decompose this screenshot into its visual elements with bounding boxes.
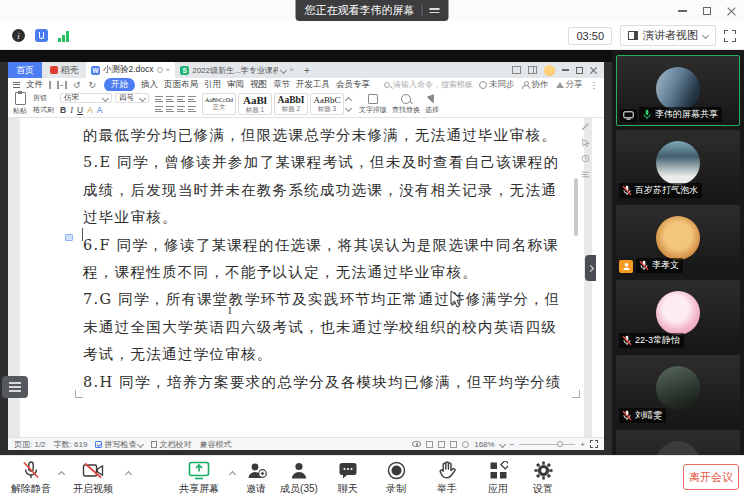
wps-fullscreen-icon[interactable] (590, 440, 598, 448)
menu-file[interactable]: 文件 (26, 79, 43, 91)
zoom-slider[interactable] (519, 444, 575, 445)
find-replace-button[interactable]: 查找替换 (392, 94, 420, 115)
members-button[interactable]: 成员(35) (272, 461, 326, 496)
collab-button[interactable]: 协作 (522, 79, 549, 91)
record-button[interactable]: 录制 (369, 461, 423, 496)
hamburger-icon[interactable] (13, 82, 20, 88)
comment-marker-icon[interactable] (65, 234, 73, 241)
undo-icon[interactable]: ↺ (73, 80, 83, 90)
doc-proof-button[interactable]: 文档校对 (151, 439, 191, 450)
zoom-in-button[interactable]: + (580, 440, 585, 449)
bullet-list-icon[interactable] (155, 95, 163, 103)
style-heading1[interactable]: AaBl 标题 1 (238, 93, 272, 115)
doc-navigation-button[interactable] (2, 376, 28, 398)
wps-restore-icon[interactable] (576, 67, 583, 74)
menu-tab-start[interactable]: 开始 (104, 78, 135, 92)
sync-status[interactable]: 未同步 (479, 79, 515, 91)
menu-tab-view[interactable]: 视图 (250, 79, 267, 91)
web-view-icon[interactable] (438, 441, 445, 448)
number-list-icon[interactable] (166, 95, 174, 103)
tab-document-active[interactable]: W 小测验2.docx × (86, 62, 175, 78)
style-normal[interactable]: AaBbCcDd 正文 (202, 93, 236, 115)
participant-tile[interactable]: 李伟的屏幕共享 (616, 55, 740, 126)
unmute-button[interactable]: 解除静音 (4, 461, 58, 496)
outline-view-icon[interactable] (450, 441, 457, 448)
leave-meeting-button[interactable]: 离开会议 (683, 464, 739, 490)
new-tab-button[interactable]: + (299, 62, 315, 78)
menu-tab-dev-tools[interactable]: 开发工具 (296, 79, 330, 91)
menu-tab-page-layout[interactable]: 页面布局 (164, 79, 198, 91)
participant-tile[interactable]: 22-3常静怡 (616, 280, 740, 351)
share-button[interactable]: 分享 (556, 79, 583, 91)
fullscreen-icon[interactable] (724, 30, 736, 42)
network-security-icon[interactable] (35, 29, 48, 42)
document-page[interactable]: 的最低学分均已修满，但限选课总学分未修满，无法通过毕业审核。 5.E 同学，曾修… (20, 118, 584, 437)
meeting-info-icon[interactable]: i (12, 29, 25, 42)
underline-button[interactable]: U (77, 105, 83, 115)
zoom-slider-knob[interactable] (557, 441, 563, 447)
more-icon[interactable]: ⋮ (590, 80, 599, 90)
font-name-select[interactable]: 仿宋 (60, 93, 112, 103)
font-size-select[interactable]: 四号 (115, 93, 149, 103)
eye-protect-icon[interactable] (412, 441, 421, 447)
history-icon[interactable] (581, 154, 590, 163)
start-video-button[interactable]: 开启视频 (66, 461, 120, 496)
sidebar-expand-tab[interactable] (585, 255, 596, 281)
outline-icon[interactable] (581, 170, 590, 179)
select-button[interactable]: 选择 (425, 94, 439, 115)
menu-tab-review[interactable]: 审阅 (227, 79, 244, 91)
tab-wps-home[interactable]: 首页 (8, 62, 42, 78)
pen-tool-icon[interactable] (581, 122, 590, 131)
close-icon[interactable] (727, 7, 736, 16)
preview-icon[interactable] (65, 81, 67, 89)
ribbon-search-input[interactable]: 请输入命令，搜索模板 (384, 79, 473, 90)
save-icon[interactable] (49, 81, 51, 89)
tab-docer[interactable]: 稻壳 (42, 62, 86, 78)
participant-tile[interactable]: 百岁苏打气泡水 (616, 130, 740, 201)
minimize-icon[interactable] (678, 10, 687, 12)
redo-icon[interactable]: ↻ (89, 80, 99, 90)
tab-close-icon[interactable]: × (289, 66, 294, 74)
format-painter-button[interactable]: 格式刷 (33, 105, 54, 115)
audio-options-chevron[interactable] (58, 471, 65, 478)
share-screen-button[interactable]: 共享屏幕 (172, 461, 226, 496)
chat-button[interactable]: 聊天 (321, 461, 375, 496)
cut-button[interactable]: 剪切 (33, 93, 54, 103)
gallery-down-icon[interactable] (345, 104, 352, 111)
window-mode-icon[interactable] (512, 66, 521, 74)
banner-menu-icon[interactable] (430, 8, 440, 13)
align-left-icon[interactable] (155, 105, 163, 113)
document-text[interactable]: 的最低学分均已修满，但限选课总学分未修满，无法通过毕业审核。 5.E 同学，曾修… (83, 122, 584, 396)
align-center-icon[interactable] (166, 105, 174, 113)
maximize-icon[interactable] (703, 7, 711, 15)
italic-button[interactable]: I (70, 105, 73, 115)
menu-tab-member[interactable]: 会员专享 (336, 79, 370, 91)
wps-account-avatar[interactable] (544, 65, 555, 76)
vertical-scrollbar[interactable] (574, 178, 578, 236)
tab-close-icon[interactable]: × (166, 66, 171, 74)
participant-tile[interactable]: 李孝文 (616, 205, 740, 276)
gallery-up-icon[interactable] (345, 96, 352, 103)
tab-grid-icon[interactable] (528, 66, 537, 74)
highlight-button[interactable]: A (87, 105, 93, 115)
style-heading2[interactable]: AaBbI 标题 2 (274, 93, 308, 115)
print-icon[interactable] (57, 81, 59, 89)
wps-close-icon[interactable] (590, 66, 598, 74)
watching-banner[interactable]: 您正在观看李伟的屏幕 (296, 0, 449, 21)
settings-button[interactable]: 设置 (516, 461, 570, 496)
video-options-chevron[interactable] (125, 471, 132, 478)
menu-tab-references[interactable]: 引用 (204, 79, 221, 91)
spell-check-toggle[interactable]: 拼写检查 (95, 439, 143, 450)
page-view-icon[interactable] (426, 441, 433, 448)
menu-tab-section[interactable]: 章节 (273, 79, 290, 91)
font-color-button[interactable]: A (97, 105, 103, 115)
bold-button[interactable]: B (60, 105, 66, 115)
wps-minimize-icon[interactable] (562, 69, 569, 70)
line-spacing-icon[interactable] (188, 105, 196, 113)
raise-hand-button[interactable]: 举手 (420, 461, 474, 496)
tab-spreadsheet[interactable]: S 2022级新生...学专业课程体系 × (175, 62, 299, 78)
zoom-out-button[interactable]: − (510, 440, 515, 449)
participant-tile[interactable]: 刘晴雯 (616, 355, 740, 426)
style-heading3[interactable]: AaBbC 标题 3 (310, 93, 344, 115)
menu-tab-insert[interactable]: 插入 (141, 79, 158, 91)
